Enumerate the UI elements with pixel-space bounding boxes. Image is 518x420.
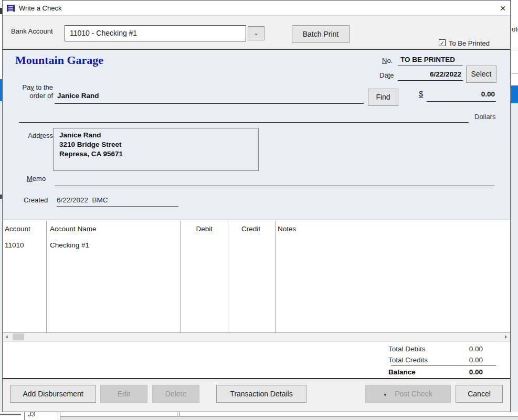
cell-account[interactable]: 11010 xyxy=(5,241,24,249)
transaction-details-button[interactable]: Transaction Details xyxy=(216,385,306,403)
scroll-left-icon[interactable]: ‹ xyxy=(3,333,12,341)
post-check-label: Post Check xyxy=(395,390,432,398)
bank-account-label: Bank Account xyxy=(11,27,53,35)
payee-underline xyxy=(55,103,364,104)
horizontal-scrollbar[interactable]: ‹ › xyxy=(3,332,510,341)
dropdown-arrow-icon[interactable]: ▾ xyxy=(384,386,386,403)
write-a-check-dialog: Write a Check ✕ Bank Account 11010 - Che… xyxy=(2,0,511,412)
created-label: Created xyxy=(24,196,48,204)
background-grid-line xyxy=(511,50,518,50)
column-header-credit[interactable]: Credit xyxy=(228,225,260,233)
window-title: Write a Check xyxy=(19,4,61,12)
checkbox-checked-icon[interactable]: ✓ xyxy=(439,39,446,46)
check-number-underline xyxy=(398,66,463,66)
address-line: Represa, CA 95671 xyxy=(59,149,258,159)
address-box[interactable]: Janice Rand 3210 Bridge Street Represa, … xyxy=(53,128,259,171)
footer-button-bar: Add Disbursement Edit Delete Transaction… xyxy=(3,380,510,412)
column-header-debit[interactable]: Debit xyxy=(180,225,213,233)
scroll-right-icon[interactable]: › xyxy=(501,333,510,341)
post-check-button[interactable]: ▾Post Check xyxy=(365,385,451,403)
amount-words-underline xyxy=(19,122,469,123)
balance-value: 0.00 xyxy=(446,368,483,376)
delete-button[interactable]: Delete xyxy=(152,385,199,403)
to-be-printed-label: To Be Printed xyxy=(449,39,490,47)
address-line: Janice Rand xyxy=(59,131,258,140)
clipped-text-fragment xyxy=(0,412,21,415)
column-header-account-name[interactable]: Account Name xyxy=(50,225,97,233)
check-number-label: No. xyxy=(382,57,393,64)
select-date-button[interactable]: Select xyxy=(466,66,496,83)
background-selected-row-highlight xyxy=(511,85,518,103)
pay-to-the-order-of-label: Pay to theorder of xyxy=(13,83,53,100)
background-grid-line xyxy=(511,73,518,74)
background-grid-line xyxy=(58,412,58,420)
disbursement-grid[interactable]: Account Account Name Debit Credit Notes … xyxy=(3,220,510,333)
dollar-sign-label: $ xyxy=(419,89,423,98)
background-grid-line xyxy=(24,412,25,420)
check-face: Mountain Garage No. TO BE PRINTED Date 6… xyxy=(3,51,510,220)
find-payee-button[interactable]: Find xyxy=(368,89,398,106)
background-clipped-text: J3 xyxy=(28,412,35,416)
background-window-right-sliver: ote xyxy=(511,0,518,420)
background-clipped-text: ote xyxy=(512,25,518,33)
background-panel xyxy=(511,103,518,420)
created-underline xyxy=(57,206,178,207)
total-debits-label: Total Debits xyxy=(388,345,446,353)
total-debits-value: 0.00 xyxy=(446,345,483,353)
amount-value[interactable]: 0.00 xyxy=(427,90,495,98)
batch-print-button[interactable]: Batch Print xyxy=(292,25,350,43)
column-header-account[interactable]: Account xyxy=(5,225,30,233)
dollars-label: Dollars xyxy=(474,113,495,121)
check-number-value[interactable]: TO BE PRINTED xyxy=(400,56,464,63)
add-disbursement-button[interactable]: Add Disbursement xyxy=(10,385,96,403)
memo-underline[interactable] xyxy=(55,186,494,186)
edit-button[interactable]: Edit xyxy=(100,385,147,403)
address-label: Address xyxy=(21,132,53,139)
close-icon[interactable]: ✕ xyxy=(497,3,509,14)
title-bar[interactable]: Write a Check ✕ xyxy=(3,1,510,16)
date-underline xyxy=(398,80,463,81)
window-form-icon xyxy=(7,5,15,12)
column-header-notes[interactable]: Notes xyxy=(278,225,296,233)
cell-account-name[interactable]: Checking #1 xyxy=(50,241,89,249)
date-label: Date xyxy=(379,71,394,79)
amount-underline xyxy=(427,101,496,102)
balance-rule xyxy=(391,365,496,365)
background-window-bottom-sliver: J3 xyxy=(0,412,518,420)
payee-value[interactable]: Janice Rand xyxy=(57,92,99,100)
totals-panel: Total Debits 0.00 Total Credits 0.00 Bal… xyxy=(3,342,510,379)
cancel-button[interactable]: Cancel xyxy=(456,385,503,403)
balance-label: Balance xyxy=(388,368,446,376)
background-panel xyxy=(60,417,518,420)
bank-account-combobox[interactable]: 11010 - Checking #1 xyxy=(65,25,246,41)
created-value: 6/22/2022 BMC xyxy=(57,196,108,204)
chevron-down-icon[interactable]: ⌄ xyxy=(248,26,265,40)
memo-label: Memo xyxy=(27,175,46,182)
total-credits-label: Total Credits xyxy=(388,356,446,364)
scrollbar-thumb[interactable] xyxy=(13,333,24,340)
company-name: Mountain Garage xyxy=(15,53,103,67)
column-divider xyxy=(228,221,228,333)
address-line: 3210 Bridge Street xyxy=(59,140,258,149)
date-value[interactable]: 6/22/2022 xyxy=(398,70,461,78)
toolbar: Bank Account 11010 - Checking #1 ⌄ Batch… xyxy=(3,16,510,50)
total-credits-value: 0.00 xyxy=(446,356,483,364)
column-divider xyxy=(46,221,47,333)
column-divider xyxy=(275,221,276,333)
column-divider xyxy=(180,221,181,333)
